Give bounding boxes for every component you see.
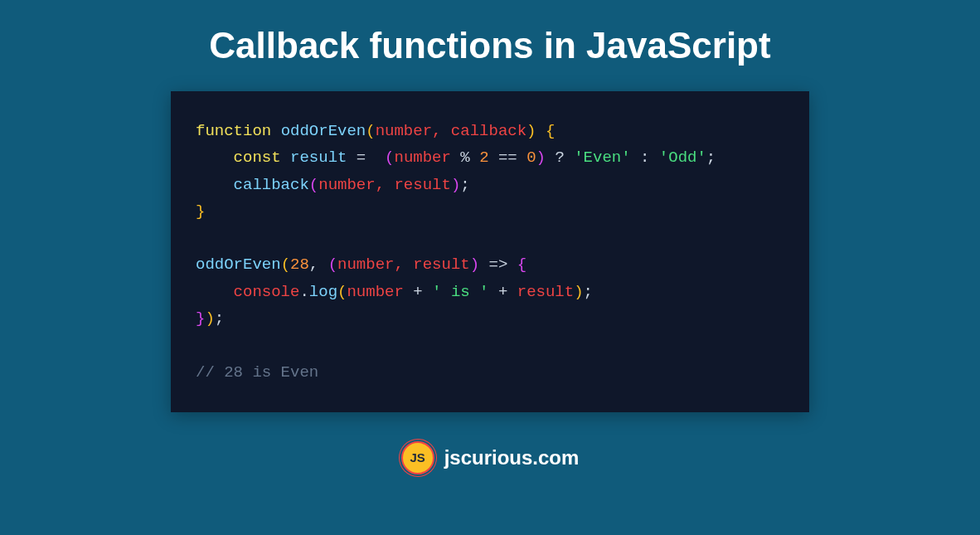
- string: ' is ': [432, 283, 488, 301]
- string: 'Odd': [659, 148, 706, 167]
- comment: // 28 is Even: [196, 363, 318, 382]
- console: console: [234, 283, 300, 301]
- number: 0: [526, 148, 536, 167]
- paren: (: [337, 283, 347, 301]
- operator: ?: [555, 148, 564, 167]
- paren: (: [385, 148, 394, 167]
- operator: %: [460, 148, 469, 167]
- paren: (: [309, 176, 318, 194]
- logo-text: JS: [410, 450, 425, 464]
- comma: ,: [309, 255, 328, 274]
- brace: }: [196, 202, 205, 221]
- keyword: function: [196, 122, 271, 140]
- logo-icon: JS: [401, 441, 434, 474]
- param: number, callback: [376, 122, 526, 140]
- number: 28: [290, 255, 309, 274]
- call: oddOrEven: [196, 255, 281, 274]
- string: 'Even': [574, 148, 630, 167]
- semicolon: ;: [215, 309, 224, 328]
- operator: ==: [498, 148, 517, 167]
- operator: +: [413, 283, 422, 301]
- call: callback: [234, 176, 309, 194]
- brace: {: [546, 122, 555, 140]
- dot: .: [299, 283, 308, 301]
- paren: ): [536, 148, 546, 167]
- operator: :: [640, 148, 649, 167]
- function-name: oddOrEven: [281, 122, 366, 140]
- semicolon: ;: [584, 283, 593, 301]
- paren: (: [281, 255, 290, 274]
- semicolon: ;: [460, 176, 469, 194]
- params: number, result: [337, 255, 470, 274]
- paren: ): [574, 283, 583, 301]
- identifier: number: [347, 283, 403, 301]
- brace: }: [196, 309, 205, 328]
- variable: result: [290, 148, 347, 167]
- paren: ): [470, 255, 479, 274]
- keyword: const: [234, 148, 281, 167]
- arrow: =>: [489, 255, 508, 274]
- paren: ): [451, 176, 460, 194]
- number: 2: [479, 148, 488, 167]
- paren: ): [526, 122, 536, 140]
- args: number, result: [318, 176, 451, 194]
- method: log: [309, 283, 337, 301]
- paren: ): [205, 309, 214, 328]
- code-block: function oddOrEven(number, callback) { c…: [171, 91, 809, 412]
- operator: =: [357, 148, 366, 167]
- semicolon: ;: [706, 148, 716, 167]
- page-title: Callback functions in JavaScript: [209, 25, 770, 66]
- operator: +: [498, 283, 507, 301]
- identifier: number: [394, 148, 450, 167]
- paren: (: [366, 122, 375, 140]
- paren: (: [328, 255, 337, 274]
- site-name: jscurious.com: [444, 446, 580, 469]
- brace: {: [517, 255, 526, 274]
- identifier: result: [517, 283, 574, 301]
- footer: JS jscurious.com: [401, 441, 580, 474]
